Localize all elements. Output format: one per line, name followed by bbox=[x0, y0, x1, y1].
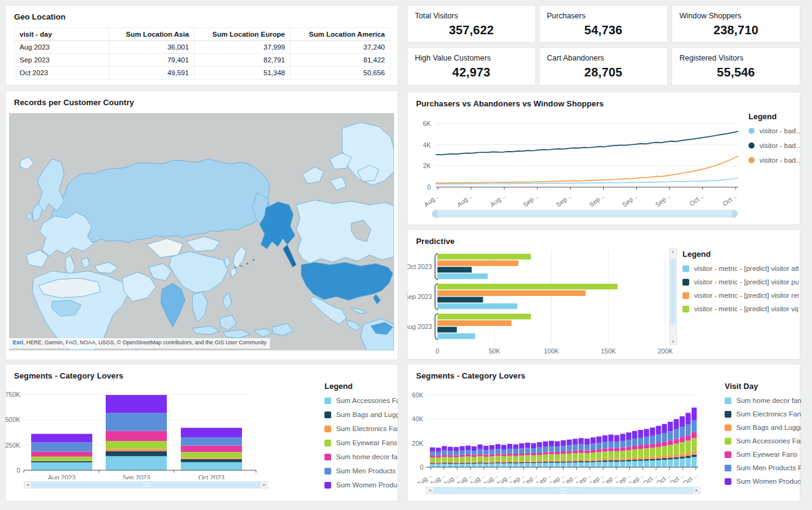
stack-segment[interactable] bbox=[454, 457, 459, 462]
stack-segment[interactable] bbox=[609, 448, 613, 451]
stack-segment[interactable] bbox=[602, 462, 607, 467]
stack-segment[interactable] bbox=[501, 454, 506, 456]
stack-segment[interactable] bbox=[632, 431, 637, 439]
stack-segment[interactable] bbox=[478, 454, 483, 456]
stack-segment[interactable] bbox=[448, 455, 453, 457]
stack-segment[interactable] bbox=[436, 448, 441, 452]
stack-segment[interactable] bbox=[662, 442, 667, 446]
stack-segment[interactable] bbox=[579, 459, 583, 461]
stack-segment[interactable] bbox=[430, 464, 435, 468]
stack-segment[interactable] bbox=[31, 434, 92, 443]
stack-segment[interactable] bbox=[549, 462, 554, 463]
legend-item[interactable]: Sum Men Products F… bbox=[324, 467, 398, 475]
stack-segment[interactable] bbox=[692, 432, 697, 438]
stack-segment[interactable] bbox=[543, 454, 548, 460]
stack-segment[interactable] bbox=[513, 456, 518, 461]
stack-segment[interactable] bbox=[674, 419, 679, 429]
slider-grip[interactable] bbox=[143, 483, 149, 487]
stack-segment[interactable] bbox=[567, 451, 572, 454]
stack-segment[interactable] bbox=[555, 460, 560, 462]
stack-segment[interactable] bbox=[537, 455, 542, 460]
stack-segment[interactable] bbox=[555, 447, 560, 453]
stack-segment[interactable] bbox=[489, 445, 494, 450]
column-header[interactable]: Sum Location Asia bbox=[109, 28, 194, 41]
stack-segment[interactable] bbox=[679, 427, 684, 437]
stack-segment[interactable] bbox=[430, 463, 435, 464]
stack-segment[interactable] bbox=[596, 462, 601, 467]
legend-item[interactable]: Sum Accessories Fans bbox=[324, 397, 398, 404]
stack-segment[interactable] bbox=[483, 446, 488, 450]
stack-segment[interactable] bbox=[442, 451, 447, 455]
stack-segment[interactable] bbox=[596, 452, 601, 459]
stack-segment[interactable] bbox=[525, 460, 530, 462]
stack-segment[interactable] bbox=[614, 451, 619, 459]
stack-segment[interactable] bbox=[638, 461, 643, 467]
stack-segment[interactable] bbox=[436, 462, 441, 463]
stack-segment[interactable] bbox=[626, 432, 631, 440]
stack-segment[interactable] bbox=[679, 454, 684, 457]
legend-item[interactable]: Sum Electronics Fans bbox=[725, 410, 801, 418]
stack-segment[interactable] bbox=[668, 457, 673, 459]
stack-segment[interactable] bbox=[501, 456, 506, 461]
stack-segment[interactable] bbox=[644, 445, 649, 448]
stack-segment[interactable] bbox=[626, 447, 631, 451]
stack-segment[interactable] bbox=[692, 451, 697, 455]
stack-segment[interactable] bbox=[632, 457, 637, 460]
stack-segment[interactable] bbox=[496, 449, 500, 454]
stack-segment[interactable] bbox=[543, 447, 548, 452]
stack-segment[interactable] bbox=[496, 462, 500, 464]
stack-segment[interactable] bbox=[489, 464, 494, 467]
stack-segment[interactable] bbox=[513, 461, 518, 462]
stack-segment[interactable] bbox=[674, 457, 679, 459]
stack-segment[interactable] bbox=[519, 461, 524, 462]
stack-segment[interactable] bbox=[602, 435, 607, 442]
stack-segment[interactable] bbox=[525, 462, 530, 464]
stack-segment[interactable] bbox=[31, 443, 92, 452]
stack-segment[interactable] bbox=[483, 454, 488, 457]
legend-item[interactable]: Sum Bags and Luggage Se… bbox=[725, 424, 801, 431]
stack-segment[interactable] bbox=[590, 437, 595, 443]
stack-segment[interactable] bbox=[686, 413, 690, 424]
stack-segment[interactable] bbox=[590, 453, 595, 459]
stack-segment[interactable] bbox=[496, 464, 500, 467]
stack-segment[interactable] bbox=[501, 462, 506, 464]
stack-segment[interactable] bbox=[513, 449, 518, 454]
stack-segment[interactable] bbox=[430, 451, 435, 456]
legend-item[interactable]: Sum Men Products Fans bbox=[725, 464, 801, 471]
stack-segment[interactable] bbox=[507, 462, 512, 464]
stack-segment[interactable] bbox=[620, 458, 625, 460]
stack-segment[interactable] bbox=[478, 456, 483, 461]
stack-segment[interactable] bbox=[626, 460, 631, 461]
stack-segment[interactable] bbox=[656, 447, 661, 456]
stack-segment[interactable] bbox=[106, 441, 167, 448]
stack-segment[interactable] bbox=[466, 462, 470, 463]
stack-segment[interactable] bbox=[668, 455, 673, 458]
stack-segment[interactable] bbox=[454, 456, 459, 457]
stack-segment[interactable] bbox=[638, 459, 643, 460]
stack-segment[interactable] bbox=[614, 460, 619, 462]
stack-segment[interactable] bbox=[585, 459, 590, 461]
stack-segment[interactable] bbox=[561, 446, 566, 451]
stack-segment[interactable] bbox=[638, 449, 643, 457]
stack-segment[interactable] bbox=[459, 446, 464, 451]
stack-segment[interactable] bbox=[638, 457, 643, 460]
stack-segment[interactable] bbox=[519, 456, 524, 461]
stack-segment[interactable] bbox=[448, 462, 453, 463]
slider-track[interactable] bbox=[434, 487, 693, 494]
stack-segment[interactable] bbox=[585, 461, 590, 462]
stack-segment[interactable] bbox=[181, 452, 242, 457]
stack-segment[interactable] bbox=[519, 443, 524, 448]
bar-vip[interactable] bbox=[437, 254, 531, 259]
world-map[interactable] bbox=[9, 113, 394, 350]
stack-segment[interactable] bbox=[596, 443, 601, 449]
stack-segment[interactable] bbox=[466, 446, 470, 450]
stack-segment[interactable] bbox=[181, 428, 242, 438]
stack-segment[interactable] bbox=[525, 443, 530, 448]
stack-segment[interactable] bbox=[549, 463, 554, 467]
stack-segment[interactable] bbox=[602, 460, 607, 462]
stack-segment[interactable] bbox=[626, 440, 631, 446]
legend-item[interactable]: Sum home decor fans bbox=[324, 453, 398, 460]
stack-segment[interactable] bbox=[596, 437, 601, 443]
stack-segment[interactable] bbox=[442, 463, 447, 464]
bar-attrition[interactable] bbox=[437, 273, 488, 279]
